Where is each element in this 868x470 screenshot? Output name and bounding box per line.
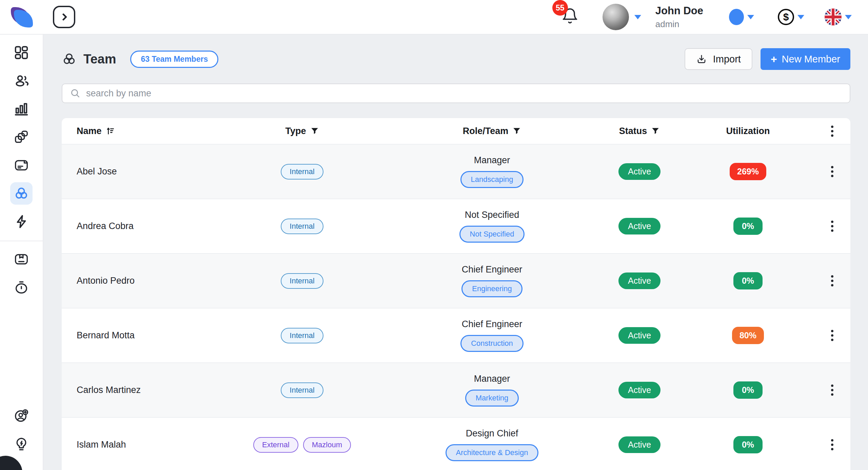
sidebar-item-inventory[interactable] bbox=[10, 248, 33, 270]
user-role: admin bbox=[655, 19, 703, 30]
member-role: Manager bbox=[474, 155, 510, 166]
table-options-kebab-icon[interactable] bbox=[829, 124, 835, 139]
chevron-right-icon bbox=[59, 13, 67, 21]
type-badge[interactable]: Internal bbox=[281, 382, 323, 398]
new-member-button-label: New Member bbox=[782, 54, 840, 65]
utilization-pill: 0% bbox=[733, 436, 763, 453]
team-badge[interactable]: Architecture & Design bbox=[446, 444, 539, 461]
utilization-pill: 269% bbox=[730, 163, 766, 180]
chevron-down-icon bbox=[797, 15, 804, 23]
sidebar-toggle-button[interactable] bbox=[53, 6, 75, 28]
sidebar-item-team[interactable] bbox=[10, 182, 33, 205]
team-badge[interactable]: Not Specified bbox=[459, 226, 525, 243]
member-name: Antonio Pedro bbox=[62, 276, 217, 286]
type-badge[interactable]: Internal bbox=[281, 328, 323, 343]
user-menu[interactable]: John Doe admin bbox=[603, 4, 719, 30]
download-icon bbox=[696, 54, 707, 64]
bar-chart-icon bbox=[14, 101, 29, 117]
search-icon bbox=[70, 88, 81, 99]
member-role: Design Chief bbox=[466, 428, 518, 439]
sidebar-item-automations[interactable] bbox=[10, 210, 33, 233]
status-badge: Active bbox=[618, 436, 660, 453]
team-table: Name Type Role/Team bbox=[62, 118, 850, 470]
row-menu-kebab-icon[interactable] bbox=[829, 219, 835, 234]
search-bar[interactable] bbox=[62, 83, 850, 103]
row-menu-kebab-icon[interactable] bbox=[829, 273, 835, 288]
column-header-type[interactable]: Type bbox=[285, 126, 319, 136]
chevron-down-icon bbox=[845, 15, 852, 23]
column-header-role-team[interactable]: Role/Team bbox=[463, 126, 521, 136]
sidebar bbox=[0, 35, 43, 470]
table-row: Bernard Motta Internal Chief Engineer Co… bbox=[62, 308, 850, 362]
chevron-down-icon bbox=[634, 15, 641, 23]
sidebar-item-reports[interactable] bbox=[10, 98, 33, 120]
package-icon bbox=[14, 251, 29, 267]
table-row: Abel Jose Internal Manager Landscaping A… bbox=[62, 144, 850, 199]
team-badge[interactable]: Landscaping bbox=[460, 171, 524, 188]
column-header-name[interactable]: Name bbox=[77, 126, 115, 136]
status-badge: Active bbox=[618, 272, 660, 289]
type-badge[interactable]: External bbox=[253, 437, 298, 453]
new-member-button[interactable]: + New Member bbox=[761, 48, 850, 70]
import-button-label: Import bbox=[713, 54, 741, 65]
uk-flag-icon bbox=[825, 8, 842, 25]
status-badge: Active bbox=[618, 163, 660, 180]
sidebar-item-time-tracking[interactable] bbox=[10, 276, 33, 299]
team-members-count-badge[interactable]: 63 Team Members bbox=[130, 51, 218, 68]
theme-color-dropdown[interactable] bbox=[729, 9, 754, 25]
table-row: Carlos Martinez Internal Manager Marketi… bbox=[62, 362, 850, 417]
type-badge[interactable]: Mazloum bbox=[303, 437, 351, 453]
column-header-utilization: Utilization bbox=[726, 126, 770, 136]
dollar-icon: $ bbox=[778, 9, 794, 25]
stack-icon bbox=[14, 129, 29, 145]
page-title: Team bbox=[83, 52, 116, 67]
row-menu-kebab-icon[interactable] bbox=[829, 164, 835, 179]
team-circles-icon bbox=[62, 52, 77, 67]
sort-icon[interactable] bbox=[106, 127, 115, 135]
sidebar-item-invite-user[interactable] bbox=[10, 405, 33, 427]
status-badge: Active bbox=[618, 327, 660, 344]
column-header-status[interactable]: Status bbox=[619, 126, 660, 136]
row-menu-kebab-icon[interactable] bbox=[829, 382, 835, 398]
type-badge[interactable]: Internal bbox=[281, 164, 323, 180]
team-badge[interactable]: Construction bbox=[460, 335, 524, 352]
team-badge[interactable]: Marketing bbox=[465, 390, 519, 407]
dashboard-icon bbox=[14, 45, 29, 60]
table-row: Antonio Pedro Internal Chief Engineer En… bbox=[62, 253, 850, 308]
type-badge[interactable]: Internal bbox=[281, 219, 323, 234]
theme-color-icon bbox=[729, 9, 744, 25]
team-badge[interactable]: Engineering bbox=[461, 280, 522, 297]
row-menu-kebab-icon[interactable] bbox=[829, 437, 835, 452]
add-user-icon bbox=[14, 408, 29, 424]
language-dropdown[interactable] bbox=[825, 8, 852, 25]
sidebar-item-projects[interactable] bbox=[10, 126, 33, 148]
stopwatch-icon bbox=[14, 280, 29, 295]
app-logo[interactable] bbox=[0, 7, 43, 27]
status-badge: Active bbox=[618, 218, 660, 234]
lightning-icon bbox=[14, 214, 29, 229]
utilization-pill: 0% bbox=[733, 272, 763, 289]
member-name: Carlos Martinez bbox=[62, 385, 217, 395]
row-menu-kebab-icon[interactable] bbox=[829, 328, 835, 343]
utilization-pill: 0% bbox=[733, 381, 763, 399]
main-content: Team 63 Team Members Import + New Member bbox=[44, 35, 868, 470]
utilization-pill: 0% bbox=[733, 218, 763, 235]
lightbulb-icon bbox=[14, 436, 29, 452]
notifications-button[interactable]: 55 bbox=[561, 7, 579, 26]
type-badge[interactable]: Internal bbox=[281, 273, 323, 289]
sidebar-item-documents[interactable] bbox=[10, 154, 33, 176]
sidebar-item-whats-new[interactable] bbox=[10, 433, 33, 455]
member-name: Abel Jose bbox=[62, 166, 217, 177]
filter-icon[interactable] bbox=[512, 127, 521, 135]
import-button[interactable]: Import bbox=[685, 48, 752, 70]
search-input[interactable] bbox=[86, 88, 842, 99]
chevron-down-icon bbox=[747, 15, 754, 23]
filter-icon[interactable] bbox=[310, 127, 319, 135]
member-role: Chief Engineer bbox=[462, 264, 522, 275]
member-role: Not Specified bbox=[465, 210, 519, 220]
currency-dropdown[interactable]: $ bbox=[778, 9, 804, 25]
avatar[interactable] bbox=[603, 4, 629, 30]
filter-icon[interactable] bbox=[651, 127, 660, 135]
sidebar-item-dashboard[interactable] bbox=[10, 41, 33, 64]
sidebar-item-users[interactable] bbox=[10, 70, 33, 92]
